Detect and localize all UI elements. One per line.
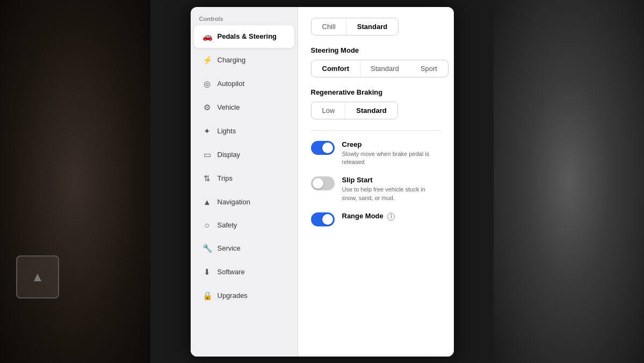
slip-start-toggle[interactable] <box>311 176 335 190</box>
sidebar-item-upgrades[interactable]: 🔒 Upgrades <box>194 284 294 307</box>
tesla-screen: Controls 🚗 Pedals & Steering ⚡ Charging … <box>191 7 454 357</box>
slip-start-title: Slip Start <box>342 176 441 184</box>
slip-start-toggle-row: Slip Start Use to help free vehicle stuc… <box>311 176 441 202</box>
divider-1 <box>311 130 441 131</box>
creep-toggle[interactable] <box>311 141 335 155</box>
software-icon: ⬇ <box>202 267 212 277</box>
regen-low-btn[interactable]: Low <box>312 102 346 119</box>
background-left <box>0 0 150 363</box>
sidebar-item-navigation[interactable]: ▲ Navigation <box>194 191 294 213</box>
service-icon: 🔧 <box>202 244 212 253</box>
display-icon: ▭ <box>202 150 212 160</box>
sidebar-item-service[interactable]: 🔧 Service <box>194 237 294 260</box>
creep-title: Creep <box>342 140 441 148</box>
navigation-icon: ▲ <box>202 197 212 207</box>
range-mode-title: Range Mode i <box>342 212 395 220</box>
range-mode-toggle[interactable] <box>311 212 335 226</box>
regen-standard-btn[interactable]: Standard <box>345 102 397 119</box>
sidebar-label-trips: Trips <box>218 174 233 182</box>
regen-braking-btn-group: Low Standard <box>311 102 398 119</box>
acceleration-btn-group: Chill Standard <box>311 18 399 35</box>
sidebar-label-navigation: Navigation <box>218 198 250 206</box>
controls-label: Controls <box>191 11 298 24</box>
slip-start-desc: Use to help free vehicle stuck in snow, … <box>342 186 441 202</box>
sidebar-label-service: Service <box>218 244 241 252</box>
sidebar-label-autopilot: Autopilot <box>218 80 245 88</box>
sidebar-item-software[interactable]: ⬇ Software <box>194 261 294 283</box>
trips-icon: ⇅ <box>202 174 212 183</box>
slip-start-toggle-slider <box>311 176 335 190</box>
safety-icon: ○ <box>202 220 212 230</box>
range-mode-toggle-text: Range Mode i <box>342 212 395 222</box>
acceleration-chill-btn[interactable]: Chill <box>312 18 346 35</box>
creep-toggle-text: Creep Slowly move when brake pedal is re… <box>342 140 441 167</box>
sidebar-label-software: Software <box>218 268 245 276</box>
sidebar-label-charging: Charging <box>218 56 246 64</box>
sidebar-item-lights[interactable]: ✦ Lights <box>194 120 294 143</box>
main-content: Chill Standard Steering Mode Comfort Sta… <box>298 7 454 357</box>
sidebar-item-autopilot[interactable]: ◎ Autopilot <box>194 73 294 95</box>
sidebar-item-pedals-steering[interactable]: 🚗 Pedals & Steering <box>194 25 294 48</box>
steering-sport-btn[interactable]: Sport <box>410 60 448 77</box>
steering-comfort-btn[interactable]: Comfort <box>312 60 360 77</box>
sidebar-label-lights: Lights <box>218 127 236 135</box>
sidebar-label-upgrades: Upgrades <box>218 291 248 300</box>
sidebar: Controls 🚗 Pedals & Steering ⚡ Charging … <box>191 7 298 357</box>
sidebar-item-trips[interactable]: ⇅ Trips <box>194 167 294 190</box>
range-mode-info-icon[interactable]: i <box>387 213 395 220</box>
regen-braking-label: Regenerative Braking <box>311 88 441 96</box>
upgrades-icon: 🔒 <box>202 291 212 301</box>
sidebar-label-display: Display <box>218 151 241 159</box>
creep-toggle-slider <box>311 141 335 155</box>
vehicle-icon: ⚙ <box>202 103 212 112</box>
slip-start-toggle-text: Slip Start Use to help free vehicle stuc… <box>342 176 441 202</box>
autopilot-icon: ◎ <box>202 79 212 89</box>
creep-toggle-row: Creep Slowly move when brake pedal is re… <box>311 140 441 167</box>
background-right <box>494 0 644 363</box>
steering-mode-label: Steering Mode <box>311 46 441 54</box>
charging-icon: ⚡ <box>202 55 212 65</box>
steering-mode-btn-group: Comfort Standard Sport <box>311 60 448 77</box>
lights-icon: ✦ <box>202 126 212 136</box>
sidebar-item-display[interactable]: ▭ Display <box>194 144 294 166</box>
sidebar-label-safety: Safety <box>218 221 237 229</box>
sidebar-item-charging[interactable]: ⚡ Charging <box>194 49 294 72</box>
acceleration-standard-btn[interactable]: Standard <box>346 18 398 35</box>
sidebar-item-vehicle[interactable]: ⚙ Vehicle <box>194 96 294 119</box>
steering-standard-btn[interactable]: Standard <box>360 60 410 77</box>
range-mode-toggle-slider <box>311 212 335 226</box>
range-mode-toggle-row: Range Mode i <box>311 212 441 226</box>
creep-desc: Slowly move when brake pedal is released <box>342 150 441 167</box>
sidebar-label-vehicle: Vehicle <box>218 103 240 111</box>
dash-button <box>16 255 59 298</box>
sidebar-item-safety[interactable]: ○ Safety <box>194 214 294 236</box>
pedals-icon: 🚗 <box>202 32 212 41</box>
sidebar-label-pedals: Pedals & Steering <box>218 32 277 40</box>
